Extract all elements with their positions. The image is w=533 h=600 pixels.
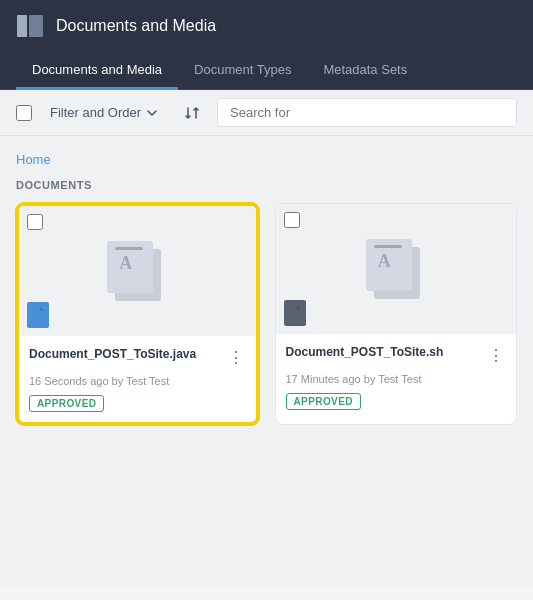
breadcrumb-home[interactable]: Home — [16, 152, 517, 167]
tab-metadata-sets[interactable]: Metadata Sets — [307, 52, 423, 90]
doc-card-preview-1 — [19, 206, 256, 336]
app-title: Documents and Media — [56, 17, 216, 35]
doc-card-menu-2[interactable]: ⋮ — [486, 342, 506, 369]
svg-rect-3 — [287, 303, 303, 323]
doc-card-name-1: Document_POST_ToSite.java — [29, 346, 226, 363]
doc-stack-front-2 — [366, 239, 412, 291]
doc-stack-icon-1 — [107, 241, 167, 301]
search-container — [217, 98, 517, 127]
file-type-icon-1 — [27, 302, 49, 328]
doc-stack-front-1 — [107, 241, 153, 293]
doc-card-body-2: Document_POST_ToSite.sh ⋮ 17 Minutes ago… — [276, 334, 517, 420]
sort-icon — [183, 104, 201, 122]
select-all-checkbox[interactable] — [16, 105, 32, 121]
doc-card-1[interactable]: Document_POST_ToSite.java ⋮ 16 Seconds a… — [16, 203, 259, 425]
sort-button[interactable] — [175, 99, 209, 127]
svg-rect-0 — [17, 15, 27, 37]
doc-card-name-2: Document_POST_ToSite.sh — [286, 344, 487, 361]
top-header: Documents and Media — [0, 0, 533, 52]
documents-section-label: DOCUMENTS — [16, 179, 517, 191]
doc-card-body-1: Document_POST_ToSite.java ⋮ 16 Seconds a… — [19, 336, 256, 422]
tab-bar: Documents and Media Document Types Metad… — [0, 52, 533, 90]
doc-card-menu-1[interactable]: ⋮ — [226, 344, 246, 371]
tab-documents-media[interactable]: Documents and Media — [16, 52, 178, 90]
toolbar: Filter and Order — [0, 90, 533, 136]
filter-order-button[interactable]: Filter and Order — [40, 100, 167, 125]
doc-stack-icon-2 — [366, 239, 426, 299]
doc-card-meta-2: 17 Minutes ago by Test Test — [286, 372, 507, 387]
approved-badge-1: APPROVED — [29, 395, 104, 412]
doc-checkbox-2[interactable] — [284, 212, 300, 228]
doc-checkbox-1[interactable] — [27, 214, 43, 230]
approved-badge-2: APPROVED — [286, 393, 361, 410]
documents-grid: Document_POST_ToSite.java ⋮ 16 Seconds a… — [16, 203, 517, 425]
search-input[interactable] — [217, 98, 517, 127]
doc-card-2[interactable]: Document_POST_ToSite.sh ⋮ 17 Minutes ago… — [275, 203, 518, 425]
svg-rect-1 — [29, 15, 43, 37]
chevron-down-icon — [147, 110, 157, 116]
doc-card-name-row-2: Document_POST_ToSite.sh ⋮ — [286, 344, 507, 369]
file-type-icon-2 — [284, 300, 306, 326]
tab-document-types[interactable]: Document Types — [178, 52, 307, 90]
doc-card-meta-1: 16 Seconds ago by Test Test — [29, 374, 246, 389]
content-area: Home DOCUMENTS — [0, 136, 533, 586]
doc-card-name-row-1: Document_POST_ToSite.java ⋮ — [29, 346, 246, 371]
panel-icon — [16, 12, 44, 40]
doc-card-preview-2 — [276, 204, 517, 334]
filter-order-label: Filter and Order — [50, 105, 141, 120]
